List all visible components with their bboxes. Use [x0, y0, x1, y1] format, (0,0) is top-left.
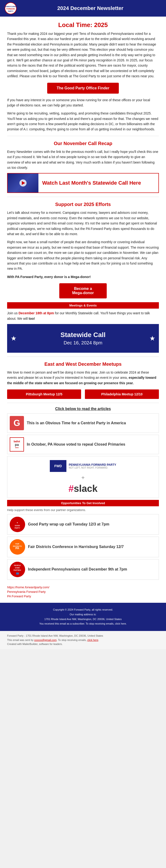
statewide-call-box: ★ ★ Statewide Call Dec 16, 2024 8pm	[7, 324, 159, 353]
meetups-heading: East and West December Meetups	[0, 362, 166, 367]
svg-text:PARTIES!: PARTIES!	[13, 569, 21, 571]
partner-event-row-1[interactable]: ♥ GOOD PARTY Good Party wrap up call Tue…	[7, 514, 159, 535]
article-row-2[interactable]: ballot pa ●●● In October, PA House voted…	[7, 435, 159, 454]
svg-text:OVER: OVER	[15, 567, 20, 569]
pa-forward-sub-text: NOT LEFT, NOT RIGHT. FORWARD.	[69, 466, 116, 469]
plus-icon-container: +	[81, 474, 85, 481]
partner-events-heading: Help support these events from our partn…	[0, 508, 166, 512]
ballot-pa-text: pa	[15, 443, 19, 446]
pa-forward-party-text: PENNSYLVANIA FORWARD PARTY	[69, 463, 116, 466]
pa-forward-party-link[interactable]: Pennsylvania Forward Party	[7, 590, 159, 593]
support-2025-heading: Support our 2025 Efforts	[0, 202, 166, 207]
slack-inner: FWD PENNSYLVANIA FORWARD PARTY NOT LEFT,…	[50, 460, 116, 472]
partner-event-row-2[interactable]: FAIR DISTRICTS PA Fair Districts Confere…	[7, 537, 159, 557]
ballot-top-text: ballot	[14, 440, 20, 443]
svg-text:PENNSYLVANIA: PENNSYLVANIA	[5, 6, 17, 7]
bottom-org: Forward Party - 1701 Rhode Island Ave NW…	[7, 634, 159, 638]
meetups-text: We love to meet in person and we'll be d…	[0, 370, 166, 385]
fwd-text: FWD	[54, 464, 62, 468]
bottom-email-link[interactable]: xxxxxx@gmail.com	[34, 639, 56, 642]
too-bold: too!	[29, 317, 35, 320]
bottom-created-by: Created with MailerBuilder, software for…	[7, 642, 159, 646]
links-section: https://home.forwardparty.com/ Pennsylva…	[0, 582, 166, 603]
star-right-icon: ★	[149, 335, 155, 342]
email-header: PENNSYLVANIA FORWARD PARTY 2024 December…	[0, 0, 166, 17]
article-text-1: This is an Obvious Time for a Centrist P…	[27, 421, 126, 426]
footer-mailing-label: Our mailing address is:	[5, 612, 161, 617]
article-icon-2: ballot pa ●●●	[10, 437, 24, 452]
mega-donor-button[interactable]: Become a Mega-donor	[59, 283, 107, 299]
meetups-bold: especially toward the middle of the stat…	[7, 376, 156, 385]
bottom-unsubscribe-link[interactable]: click here	[87, 639, 98, 642]
svg-text:PA: PA	[16, 547, 19, 550]
partner-event-row-3[interactable]: PEOPLE OVER PARTIES! 👥 Independent Penns…	[7, 559, 159, 580]
article-text-2: In October, PA House voted to repeal Clo…	[27, 442, 125, 447]
svg-text:♥: ♥	[17, 522, 18, 524]
star-left-icon: ★	[11, 335, 17, 342]
forward-party-link[interactable]: https://home.forwardparty.com/	[7, 585, 159, 589]
svg-point-4	[10, 517, 25, 532]
support-paragraph-2: Right now, we have a small number of peo…	[0, 239, 166, 271]
statewide-call-teaser: Join us December 18th at 8pm for our Mon…	[0, 311, 166, 321]
divider-1	[7, 136, 159, 136]
page-title: Local Time: 2025	[0, 17, 166, 31]
articles-heading[interactable]: Click below to read the articles	[0, 407, 166, 411]
newsletter-title: 2024 December Newsletter	[20, 5, 161, 11]
meetup-buttons-container: Pittsburgh Meetup 12/5 Philadelphia Meet…	[0, 390, 166, 399]
video-image	[7, 174, 38, 192]
office-finder-button[interactable]: The Good Party Office Finder	[47, 83, 119, 94]
divider-4	[7, 403, 159, 403]
play-triangle-icon	[22, 181, 25, 185]
ballot-bottom-text: ●●●	[15, 446, 19, 449]
opportunities-bar[interactable]: Opportunities To Get Involved	[7, 500, 159, 506]
fair-districts-icon: FAIR DISTRICTS PA	[10, 539, 25, 555]
article-icon-1: G	[10, 416, 24, 430]
video-thumbnail[interactable]: Watch Last Month's Statewide Call Here	[7, 173, 159, 193]
statewide-call-title: Statewide Call	[12, 331, 154, 339]
slack-box[interactable]: FWD PENNSYLVANIA FORWARD PARTY NOT LEFT,…	[7, 456, 159, 498]
svg-text:PEOPLE: PEOPLE	[14, 565, 21, 566]
svg-text:FAIR: FAIR	[16, 543, 19, 545]
divider-2	[7, 197, 159, 197]
pittsburgh-meetup-button[interactable]: Pittsburgh Meetup 12/5	[7, 390, 81, 399]
slack-word: slack	[74, 483, 98, 494]
bottom-info: Forward Party - 1701 Rhode Island Ave NW…	[0, 631, 166, 649]
svg-text:FORWARD: FORWARD	[6, 8, 15, 10]
meetings-events-bar: Meetings & Events	[7, 302, 159, 309]
article-icon-g-text: G	[13, 418, 20, 428]
partner-event-text-2: Fair Districts Conference in Harrisburg …	[28, 544, 124, 550]
support-bold-text: With PA Forward Party, every donor is a …	[7, 275, 91, 279]
divider-3	[7, 356, 159, 357]
video-title: Watch Last Month's Statewide Call Here	[38, 177, 145, 189]
slack-logo: #slack	[68, 483, 98, 494]
november-call-heading: Our November Call Recap	[0, 141, 166, 146]
support-paragraph-1: Let's talk about money for a moment. Cam…	[0, 210, 166, 237]
people-over-parties-icon: PEOPLE OVER PARTIES! 👥	[10, 562, 25, 577]
svg-text:👥: 👥	[16, 572, 19, 575]
partner-event-text-1: Good Party wrap up call Tuesday 12/3 at …	[28, 522, 109, 527]
article-row-1[interactable]: G This is an Obvious Time for a Centrist…	[7, 413, 159, 433]
footer-unsubscribe: You received this email as a subscriber.…	[5, 621, 161, 626]
philadelphia-meetup-button[interactable]: Philadelphia Meetup 12/10	[85, 390, 159, 399]
statewide-call-highlight-date: December 18th at 8pm	[19, 311, 54, 315]
pa-forward-party-link-2[interactable]: PA Forward Party	[7, 594, 159, 598]
svg-text:PARTY: PARTY	[8, 10, 13, 12]
pa-forward-party-logo: PENNSYLVANIA FORWARD PARTY	[5, 2, 17, 14]
pa-forward-text-block: PENNSYLVANIA FORWARD PARTY NOT LEFT, NOT…	[69, 463, 116, 469]
footer-copyright: Copyright © 2024 Forward Party, all righ…	[5, 608, 161, 612]
slack-hash-icon: #	[68, 483, 74, 494]
intro-paragraph-3: We're going to be recruiting, vetting, s…	[0, 111, 166, 132]
intro-paragraph-2: If you have any interest in you or someo…	[0, 97, 166, 108]
intro-paragraph-1: Thank you for making 2024 our biggest ye…	[0, 31, 166, 79]
statewide-call-date: Dec 16, 2024 8pm	[12, 340, 154, 346]
support-paragraph-3: With PA Forward Party, every donor is a …	[0, 274, 166, 279]
bottom-email: This email was sent by xxxxxx@gmail.com.…	[7, 638, 159, 642]
email-footer: Copyright © 2024 Forward Party, all righ…	[0, 603, 166, 631]
fwd-logo: FWD	[50, 460, 66, 472]
svg-text:PARTY: PARTY	[15, 527, 20, 529]
svg-text:GOOD: GOOD	[15, 525, 20, 526]
partner-event-text-3: Independent Pennsylvanians call December…	[28, 567, 127, 572]
good-party-icon: ♥ GOOD PARTY	[10, 517, 25, 532]
footer-mailing-address: 1701 Rhode Island Ave NW, Washington, DC…	[5, 617, 161, 622]
email-wrapper: PENNSYLVANIA FORWARD PARTY 2024 December…	[0, 0, 166, 649]
